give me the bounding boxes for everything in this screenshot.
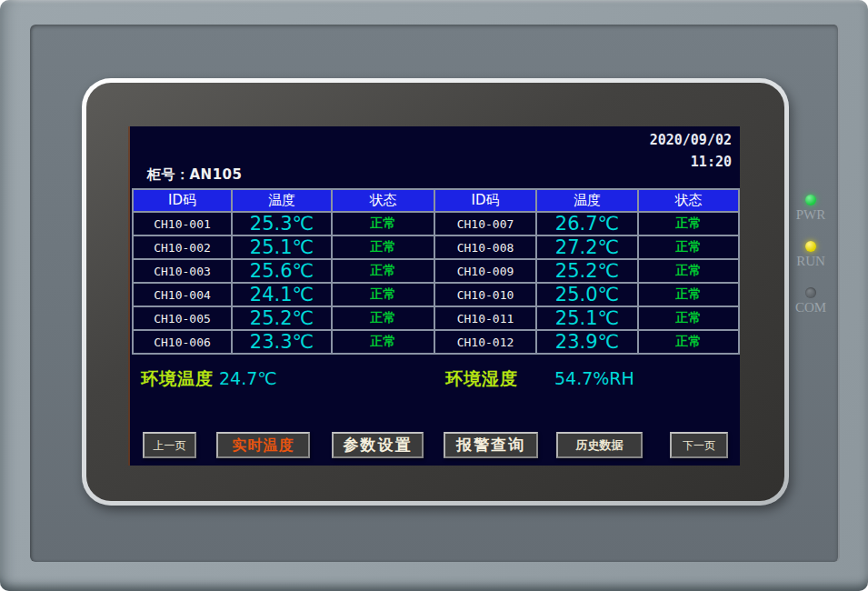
status-value: 正常 — [332, 212, 434, 235]
status-value: 正常 — [638, 235, 739, 259]
time-text: 11:20 — [650, 151, 732, 173]
com-led-label: COM — [785, 300, 836, 316]
screen-bezel: 2020/09/02 11:20 柜号：AN105 ID码温度状态ID码温度状态… — [86, 83, 784, 501]
table-row: CH10-00525.2℃正常CH10-01125.1℃正常 — [133, 306, 739, 330]
table-row: CH10-00225.1℃正常CH10-00827.2℃正常 — [133, 235, 739, 259]
temperature-value: 25.2℃ — [232, 306, 332, 330]
history-data-button[interactable]: 历史数据 — [556, 432, 643, 458]
led-panel: PWR RUN COM — [785, 195, 836, 334]
temperature-value: 25.1℃ — [536, 306, 638, 330]
ambient-humidity-label: 环境湿度 — [445, 366, 518, 390]
run-led-label: RUN — [785, 254, 836, 269]
channel-id: CH10-001 — [133, 212, 232, 235]
status-value: 正常 — [332, 283, 434, 306]
column-header: 温度 — [232, 189, 332, 212]
channel-table: ID码温度状态ID码温度状态 CH10-00125.3℃正常CH10-00726… — [132, 188, 740, 355]
power-led-icon — [805, 195, 816, 205]
led-run: RUN — [785, 241, 836, 269]
status-value: 正常 — [638, 330, 739, 354]
temperature-value: 26.7℃ — [536, 212, 638, 235]
temperature-value: 23.9℃ — [536, 330, 638, 354]
temperature-value: 25.1℃ — [232, 235, 332, 259]
temperature-value: 25.6℃ — [232, 259, 332, 283]
temperature-value: 25.3℃ — [232, 212, 332, 235]
channel-id: CH10-009 — [434, 259, 536, 283]
column-header: ID码 — [133, 189, 232, 212]
realtime-temp-button[interactable]: 实时温度 — [216, 432, 310, 458]
channel-id: CH10-012 — [434, 330, 536, 354]
channel-id: CH10-011 — [434, 306, 536, 330]
date-text: 2020/09/02 — [650, 129, 732, 151]
channel-id: CH10-003 — [133, 259, 232, 283]
temperature-value: 24.1℃ — [232, 283, 332, 306]
alarm-query-button[interactable]: 报警查询 — [444, 432, 538, 458]
channel-id: CH10-004 — [133, 283, 232, 306]
column-header: ID码 — [434, 189, 536, 212]
channel-id: CH10-002 — [133, 235, 232, 259]
run-led-icon — [805, 241, 816, 252]
ambient-row: 环境温度 24.7℃ 环境湿度 54.7%RH — [130, 366, 740, 390]
status-value: 正常 — [638, 212, 739, 235]
param-settings-button[interactable]: 参数设置 — [332, 432, 424, 458]
com-led-icon — [805, 287, 816, 298]
cabinet-label: 柜号：AN105 — [147, 166, 242, 184]
status-value: 正常 — [638, 283, 739, 306]
ambient-temp-value: 24.7℃ — [219, 366, 277, 390]
prev-page-button[interactable]: 上一页 — [143, 432, 196, 458]
status-value: 正常 — [332, 235, 434, 259]
datetime-display: 2020/09/02 11:20 — [650, 129, 732, 173]
status-value: 正常 — [332, 306, 434, 330]
channel-id: CH10-007 — [434, 212, 536, 235]
ambient-temp-label: 环境温度 — [141, 366, 214, 390]
status-value: 正常 — [332, 330, 434, 354]
status-value: 正常 — [638, 259, 739, 283]
status-value: 正常 — [638, 306, 739, 330]
ambient-humidity-value: 54.7%RH — [554, 366, 634, 390]
channel-id: CH10-008 — [434, 235, 536, 259]
led-pwr: PWR — [785, 195, 836, 223]
column-header: 状态 — [638, 189, 739, 212]
column-header: 状态 — [332, 189, 434, 212]
channel-id: CH10-010 — [434, 283, 536, 306]
table-header-row: ID码温度状态ID码温度状态 — [133, 189, 739, 212]
table-row: CH10-00325.6℃正常CH10-00925.2℃正常 — [133, 259, 739, 283]
temperature-value: 25.0℃ — [536, 283, 638, 306]
table-row: CH10-00424.1℃正常CH10-01025.0℃正常 — [133, 283, 739, 306]
nav-bar: 上一页 实时温度 参数设置 报警查询 历史数据 下一页 — [130, 432, 740, 460]
hmi-device-frame: 2020/09/02 11:20 柜号：AN105 ID码温度状态ID码温度状态… — [0, 0, 868, 591]
channel-id: CH10-006 — [133, 330, 232, 354]
lcd-screen: 2020/09/02 11:20 柜号：AN105 ID码温度状态ID码温度状态… — [130, 126, 740, 466]
power-led-label: PWR — [785, 207, 836, 223]
table-row: CH10-00125.3℃正常CH10-00726.7℃正常 — [133, 212, 739, 235]
column-header: 温度 — [536, 189, 638, 212]
screen-module: 2020/09/02 11:20 柜号：AN105 ID码温度状态ID码温度状态… — [82, 78, 789, 506]
next-page-button[interactable]: 下一页 — [670, 432, 728, 458]
led-com: COM — [785, 287, 836, 316]
channel-id: CH10-005 — [133, 306, 232, 330]
temperature-value: 23.3℃ — [232, 330, 332, 354]
table-row: CH10-00623.3℃正常CH10-01223.9℃正常 — [133, 330, 739, 354]
temperature-value: 25.2℃ — [536, 259, 638, 283]
temperature-value: 27.2℃ — [536, 235, 638, 259]
status-value: 正常 — [332, 259, 434, 283]
